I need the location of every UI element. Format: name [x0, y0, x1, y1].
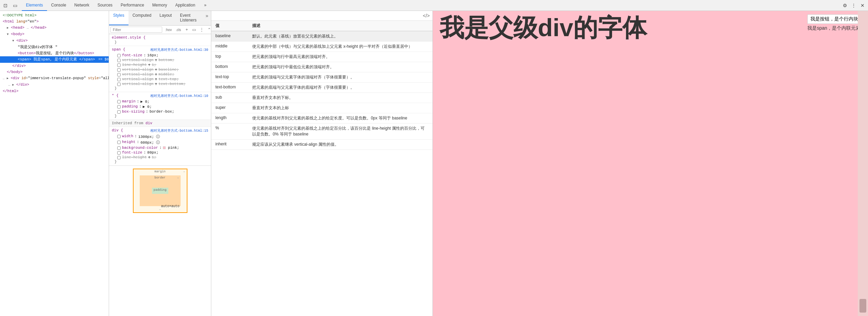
prop-checkbox-line-height[interactable]: [117, 63, 121, 67]
prop-checkbox-va-text-top[interactable]: [117, 78, 121, 81]
close-devtools-icon[interactable]: ✕: [858, 1, 867, 10]
prop-checkbox-va-bottom[interactable]: [117, 59, 121, 62]
dom-line-head[interactable]: ▶ <head> … </head>: [0, 25, 109, 31]
tooltip-desc: 规定应该从父元素继承 vertical-align 属性的值。: [248, 140, 432, 150]
tooltip-desc: 使元素的基线对齐到父元素的基线之上的给定百分比，该百分比是 line-heigh…: [248, 124, 432, 140]
subtab-styles[interactable]: Styles: [109, 11, 128, 25]
style-rule-span-header: span { 相对兄弟对齐方式-bottom.html:30: [112, 47, 208, 52]
tooltip-desc: 把元素的顶端与行中最低位元素的顶端对齐。: [248, 62, 432, 72]
tooltip-value: sub: [211, 93, 248, 103]
subtab-event-listeners[interactable]: Event Listeners: [176, 11, 203, 25]
tab-more[interactable]: »: [200, 0, 211, 11]
webpage-span: 我是span，是个内联元素: [807, 25, 861, 31]
tab-sources[interactable]: Sources: [93, 0, 117, 11]
more-style-options-icon[interactable]: ⋮: [198, 26, 205, 33]
style-prop-vertical-align-text-bottom: vertical-align: text-bottom;: [112, 82, 208, 86]
tooltip-row: length使元素的基线对齐到父元素的基线之上的给定长度。可以是负数。0px 等…: [211, 113, 432, 124]
tooltip-desc: 把元素的顶端与行中最高元素的顶端对齐。: [248, 52, 432, 62]
style-prop-vertical-align-bottom: vertical-align: bottom;: [112, 58, 208, 62]
tooltip-row: middle使元素的中部（中线）与父元素的基线加上父元素 x-height 的一…: [211, 42, 432, 52]
filter-pseudo-btns: :hov .cls: [164, 27, 183, 32]
tab-memory[interactable]: Memory: [148, 0, 171, 11]
tab-performance[interactable]: Performance: [117, 0, 148, 11]
devtools-icon-group: ⊡ ▭: [1, 1, 19, 10]
style-prop-margin: margin: ▶ 0;: [112, 99, 208, 104]
tooltip-desc: 垂直对齐文本的上标: [248, 103, 432, 113]
prop-checkbox-box-sizing[interactable]: [117, 110, 121, 114]
dom-line-html-close[interactable]: </html>: [0, 88, 109, 94]
dom-line-div[interactable]: ▼ <div>: [0, 38, 109, 44]
bm-margin: margin – – border – padding – auto×auto: [133, 169, 187, 213]
style-rule-div: div { 相对兄弟对齐方式-bottom.html:15 width: 130…: [109, 127, 211, 166]
prop-checkbox-font-size-div[interactable]: [117, 151, 121, 155]
more-options-icon[interactable]: ⋮: [850, 1, 858, 10]
prop-checkbox-va-text-bottom[interactable]: [117, 83, 121, 86]
prop-checkbox-line-height-div[interactable]: [117, 156, 121, 159]
dom-line-button[interactable]: <button>我是按钮, 是个行内块</button>: [0, 50, 109, 56]
tab-application[interactable]: Application: [171, 0, 199, 11]
subtab-more[interactable]: »: [203, 11, 211, 25]
webpage-big-text: 我是父级div的字体: [433, 11, 801, 45]
elements-panel: <!DOCTYPE html> <html lang="en"> ▶ <head…: [0, 11, 109, 316]
device-toggle-icon[interactable]: ▭: [11, 1, 19, 10]
dom-line-div-close[interactable]: </div>: [0, 63, 109, 69]
tooltip-value: middle: [211, 42, 248, 52]
dom-line-doctype[interactable]: <!DOCTYPE html>: [0, 12, 109, 18]
inspect-element-icon[interactable]: ⊡: [1, 1, 10, 10]
style-rule-universal-header: * { 相对兄弟对齐方式-bottom.html:10: [112, 94, 208, 98]
styles-content: element.style { } span { 相对兄弟对齐方式-bottom…: [109, 34, 211, 316]
tooltip-desc: 使元素的基线对齐到父元素的基线之上的给定长度。可以是负数。0px 等同于 bas…: [248, 113, 432, 124]
styles-panel: Styles Computed Layout Event Listeners »…: [109, 11, 211, 316]
style-prop-width: width: 1300px; ⓘ: [112, 134, 208, 140]
prop-checkbox-va-middle[interactable]: [117, 73, 121, 76]
dom-line-body[interactable]: ▼ <body>: [0, 31, 109, 38]
style-rule-element: element.style { }: [109, 34, 211, 46]
tooltip-col-value: 值: [211, 21, 248, 31]
new-style-rule-icon[interactable]: +: [183, 26, 190, 33]
tooltip-value: bottom: [211, 62, 248, 72]
prop-checkbox-va-baseline[interactable]: [117, 68, 121, 72]
bm-border: border – padding – auto×auto: [140, 175, 181, 206]
tooltip-row: text-top把元素的顶端与父元素字体的顶端对齐（字体很重要）。: [211, 72, 432, 83]
dom-line-div-immersive[interactable]: … ▶ <div id="immersive-translate-popup" …: [0, 75, 109, 82]
styles-filter-input[interactable]: [110, 27, 162, 33]
style-prop-line-height: line-height: 1;: [112, 62, 208, 67]
refresh-style-icon[interactable]: ⌃: [206, 26, 211, 33]
tooltip-desc: 默认。此元素（基线）放置在父元素的基线上。: [248, 31, 432, 42]
dom-line-span[interactable]: <span> 我是span, 是个内联元素 </span> == $0: [0, 56, 109, 63]
scroll-thumb: [859, 299, 866, 313]
dom-line-div-immersive-child[interactable]: … ▶ </div>: [0, 82, 109, 88]
settings-icon[interactable]: ⚙: [841, 1, 849, 10]
prop-checkbox-bg-color[interactable]: [117, 146, 121, 150]
subtab-computed[interactable]: Computed: [128, 11, 155, 25]
tab-network[interactable]: Network: [70, 0, 93, 11]
tooltip-value: baseline: [211, 31, 248, 42]
tooltip-row: %使元素的基线对齐到父元素的基线之上的给定百分比，该百分比是 line-heig…: [211, 124, 432, 140]
style-prop-line-height-div: line-height: 1;: [112, 155, 208, 160]
prop-checkbox-width[interactable]: [117, 135, 121, 138]
cls-pseudo-btn[interactable]: .cls: [174, 27, 183, 32]
tooltip-panel: </> 值 描述 baseline默认。此元素（基线）放置在父元素的基线上。mi…: [211, 11, 433, 316]
hov-pseudo-btn[interactable]: :hov: [164, 27, 173, 32]
scroll-indicator[interactable]: [858, 11, 868, 316]
box-model-diagram: margin – – border – padding – auto×auto: [133, 169, 187, 213]
tooltip-content: 值 描述 baseline默认。此元素（基线）放置在父元素的基线上。middle…: [211, 21, 432, 316]
webpage-area: 我是父级div的字体 我是按钮，是个行内块 我是span，是个内联元素: [433, 11, 868, 316]
prop-checkbox-padding[interactable]: [117, 105, 121, 109]
style-prop-height: height: 600px; ⓘ: [112, 140, 208, 145]
subtab-layout[interactable]: Layout: [155, 11, 176, 25]
dom-tree[interactable]: <!DOCTYPE html> <html lang="en"> ▶ <head…: [0, 11, 109, 316]
tab-elements[interactable]: Elements: [22, 0, 47, 11]
main-area: <!DOCTYPE html> <html lang="en"> ▶ <head…: [0, 11, 868, 316]
dom-line-body-close[interactable]: </body>: [0, 69, 109, 75]
tab-console[interactable]: Console: [47, 0, 70, 11]
prop-checkbox-font-size[interactable]: [117, 54, 121, 57]
prop-checkbox-height[interactable]: [117, 141, 121, 144]
toggle-element-state-icon[interactable]: ▭: [191, 26, 198, 33]
tooltip-code-icon[interactable]: </>: [423, 13, 430, 18]
prop-checkbox-margin[interactable]: [117, 100, 121, 103]
webpage-button[interactable]: 我是按钮，是个行内块: [807, 14, 861, 24]
dom-line-text[interactable]: "我是父级div的字体 ": [0, 44, 109, 50]
tooltip-row: baseline默认。此元素（基线）放置在父元素的基线上。: [211, 31, 432, 42]
dom-line-html[interactable]: <html lang="en">: [0, 18, 109, 25]
